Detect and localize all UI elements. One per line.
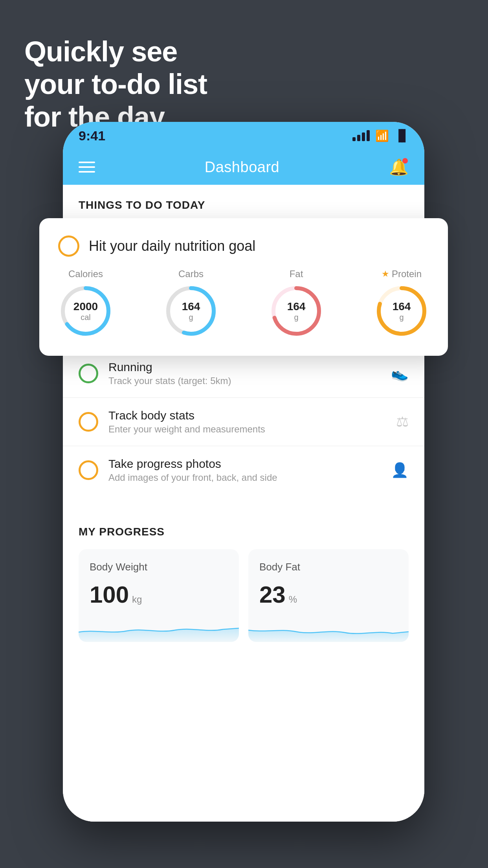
body-fat-value: 23 % — [259, 581, 398, 608]
status-time: 9:41 — [79, 128, 105, 143]
nutrition-grid: Calories 2000 cal Carbs — [58, 268, 429, 338]
progress-section: MY PROGRESS Body Weight 100 kg — [63, 514, 424, 642]
body-fat-card[interactable]: Body Fat 23 % — [248, 549, 409, 642]
app-header: Dashboard 🔔 — [63, 149, 424, 185]
body-weight-card[interactable]: Body Weight 100 kg — [79, 549, 239, 642]
carbs-label: Carbs — [178, 268, 204, 280]
scale-icon: ⚖ — [396, 414, 409, 430]
protein-label: Protein — [392, 268, 422, 280]
todo-circle-photos — [79, 460, 98, 480]
todo-sub-body-stats: Enter your weight and measurements — [108, 424, 386, 435]
todo-texts-photos: Take progress photos Add images of your … — [108, 457, 381, 483]
running-icon: 👟 — [391, 365, 409, 382]
body-weight-chart — [79, 614, 239, 642]
progress-cards: Body Weight 100 kg — [79, 549, 409, 642]
protein-unit: g — [393, 313, 411, 322]
progress-title: MY PROGRESS — [79, 514, 409, 538]
todo-circle-running — [79, 364, 98, 383]
todo-sub-photos: Add images of your front, back, and side — [108, 472, 381, 483]
todo-circle-body-stats — [79, 412, 98, 432]
calories-circle: 2000 cal — [58, 283, 113, 338]
nutrition-carbs: Carbs 164 g — [163, 268, 218, 338]
menu-button[interactable] — [79, 162, 95, 173]
todo-item-running[interactable]: Running Track your stats (target: 5km) 👟 — [63, 349, 424, 397]
nutrition-card[interactable]: Hit your daily nutrition goal Calories 2… — [39, 218, 448, 356]
calories-label: Calories — [68, 268, 103, 280]
nutrition-calories: Calories 2000 cal — [58, 268, 113, 338]
status-icons: 📶 ▐▌ — [352, 129, 409, 142]
calories-value: 2000 — [73, 300, 98, 313]
header-title: Dashboard — [205, 159, 279, 176]
todo-item-body-stats[interactable]: Track body stats Enter your weight and m… — [63, 397, 424, 446]
nutrition-fat: Fat 164 g — [269, 268, 324, 338]
headline: Quickly see your to-do list for the day. — [24, 35, 207, 133]
protein-value: 164 — [393, 300, 411, 313]
body-fat-label: Body Fat — [259, 561, 398, 573]
todo-list: Running Track your stats (target: 5km) 👟… — [63, 349, 424, 494]
nutrition-protein: ★ Protein 164 g — [374, 268, 429, 338]
carbs-value: 164 — [182, 300, 200, 313]
body-fat-unit: % — [289, 594, 297, 605]
nutrition-card-header: Hit your daily nutrition goal — [58, 235, 429, 257]
body-weight-unit: kg — [132, 594, 142, 605]
photo-icon: 👤 — [391, 462, 409, 478]
fat-circle: 164 g — [269, 283, 324, 338]
body-fat-chart — [248, 614, 409, 642]
nutrition-card-title: Hit your daily nutrition goal — [89, 238, 255, 254]
protein-circle: 164 g — [374, 283, 429, 338]
body-weight-number: 100 — [90, 581, 129, 608]
todo-title-running: Running — [108, 360, 381, 374]
nutrition-check-circle — [58, 235, 79, 257]
status-bar: 9:41 📶 ▐▌ — [63, 122, 424, 149]
things-today-header: THINGS TO DO TODAY — [63, 185, 424, 219]
things-today-title: THINGS TO DO TODAY — [79, 199, 205, 211]
battery-icon: ▐▌ — [394, 129, 409, 142]
wifi-icon: 📶 — [375, 129, 389, 142]
calories-unit: cal — [73, 313, 98, 322]
body-fat-number: 23 — [259, 581, 286, 608]
body-weight-label: Body Weight — [90, 561, 228, 573]
protein-label-row: ★ Protein — [382, 268, 422, 280]
headline-line2: your to-do list — [24, 68, 207, 101]
todo-title-photos: Take progress photos — [108, 457, 381, 471]
fat-value: 164 — [287, 300, 306, 313]
signal-bars-icon — [352, 130, 370, 141]
carbs-unit: g — [182, 313, 200, 322]
todo-item-photos[interactable]: Take progress photos Add images of your … — [63, 446, 424, 494]
carbs-circle: 164 g — [163, 283, 218, 338]
notification-dot — [402, 158, 408, 164]
notification-button[interactable]: 🔔 — [389, 158, 409, 177]
todo-sub-running: Track your stats (target: 5km) — [108, 375, 381, 386]
fat-label: Fat — [290, 268, 303, 280]
todo-texts-running: Running Track your stats (target: 5km) — [108, 360, 381, 386]
todo-texts-body-stats: Track body stats Enter your weight and m… — [108, 409, 386, 435]
fat-unit: g — [287, 313, 306, 322]
todo-title-body-stats: Track body stats — [108, 409, 386, 422]
headline-line1: Quickly see — [24, 35, 207, 68]
body-weight-value: 100 kg — [90, 581, 228, 608]
star-icon: ★ — [382, 269, 389, 279]
